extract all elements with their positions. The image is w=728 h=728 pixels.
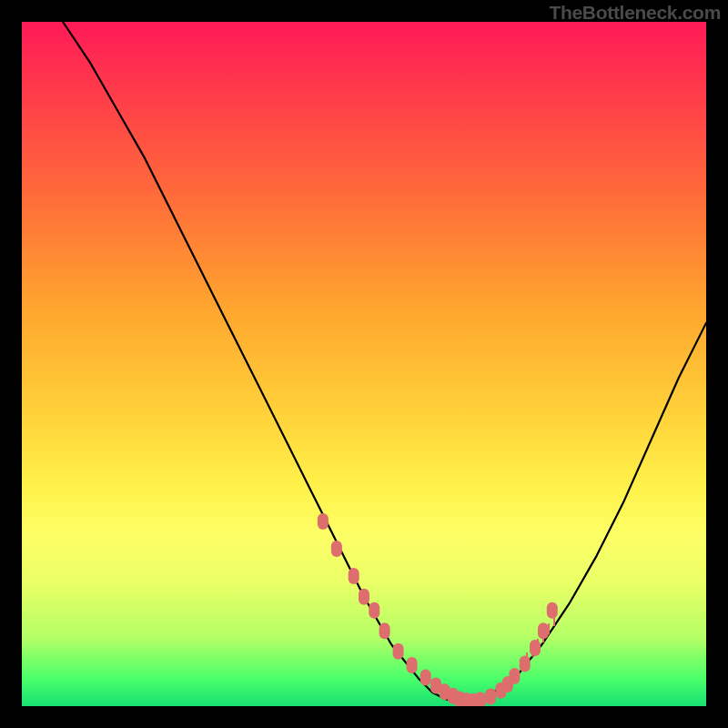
- optimal-marker: [420, 669, 431, 685]
- optimal-marker: [509, 668, 520, 684]
- optimal-marker: [407, 657, 418, 673]
- bottleneck-curve: [63, 22, 706, 703]
- optimal-marker: [530, 640, 541, 656]
- optimal-marker: [538, 622, 549, 639]
- chart-frame: TheBottleneck.com: [0, 0, 728, 728]
- optimal-marker: [485, 689, 496, 705]
- bottleneck-chart: [22, 22, 706, 706]
- optimal-marker: [379, 622, 390, 639]
- optimal-marker: [349, 568, 359, 584]
- optimal-marker: [359, 589, 369, 605]
- plot-area: [22, 22, 706, 706]
- optimal-marker: [393, 643, 404, 660]
- attribution-text: TheBottleneck.com: [549, 2, 721, 24]
- optimal-marker: [331, 541, 342, 557]
- optimal-marker: [369, 602, 379, 619]
- optimal-marker: [318, 513, 329, 530]
- optimal-marker: [547, 602, 558, 619]
- optimal-marker: [475, 692, 486, 706]
- optimal-marker: [520, 655, 531, 672]
